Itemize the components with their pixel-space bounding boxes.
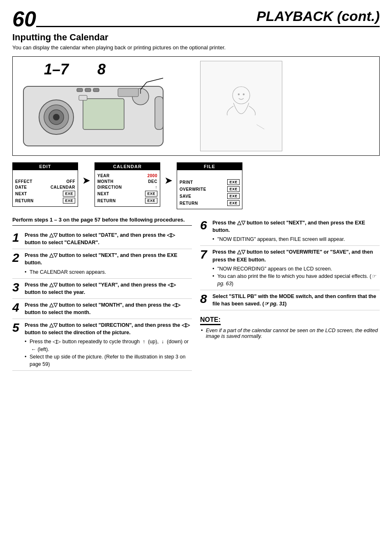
- svg-point-18: [243, 93, 245, 95]
- step-3: 3 Press the △▽ button to select "YEAR", …: [12, 279, 192, 299]
- photo-preview-svg: [217, 79, 266, 133]
- calendar-menu-panel: CALENDAR YEAR 2000 MONTH DEC DIRECTION ↑…: [95, 162, 160, 207]
- arrow-to-calendar: ➤: [82, 162, 90, 186]
- illustration-area: 1–7 8: [12, 56, 380, 156]
- step-3-number: 3: [12, 281, 21, 296]
- steps-left: Perform steps 1 – 3 on the page 57 befor…: [12, 217, 192, 371]
- cal-row-year: YEAR 2000: [97, 173, 157, 178]
- file-menu-header: FILE: [177, 163, 242, 170]
- file-row-save: SAVE EXE: [180, 193, 240, 199]
- edit-menu-body: EFFECT OFF DATE CALENDAR NEXT EXE RETURN…: [13, 170, 78, 206]
- file-row-overwrite: OVERWRITE EXE: [180, 186, 240, 192]
- file-menu-panel: FILE PRINT EXE OVERWRITE EXE SAVE EXE RE…: [177, 162, 242, 209]
- section-subtitle: You can display the calendar when playin…: [12, 44, 380, 51]
- step-4-content: Press the △▽ button to select "MONTH", a…: [25, 301, 192, 316]
- step-1-number: 1: [12, 231, 21, 246]
- step-6-content: Press the △▽ button to select "NEXT", an…: [212, 219, 380, 243]
- page-title: PLAYBACK (cont.): [36, 8, 380, 27]
- step-2-content: Press the △▽ button to select "NEXT", an…: [25, 252, 192, 275]
- step-4-number: 4: [12, 301, 21, 316]
- file-row-print: PRINT EXE: [180, 179, 240, 185]
- page-number: 60: [12, 8, 36, 30]
- step-2: 2 Press the △▽ button to select "NEXT", …: [12, 249, 192, 278]
- step-5: 5 Press the △▽ button to select "DIRECTI…: [12, 319, 192, 371]
- step-2-bullets: The CALENDAR screen appears.: [25, 268, 192, 276]
- file-row-return: RETURN EXE: [180, 200, 240, 206]
- step-7-content: Press the △▽ button to select "OVERWRITE…: [212, 248, 380, 287]
- camera-diagram: 1–7 8: [19, 61, 192, 151]
- step-4: 4 Press the △▽ button to select "MONTH",…: [12, 299, 192, 319]
- svg-rect-13: [79, 95, 87, 100]
- svg-rect-5: [77, 88, 83, 92]
- cal-row-next: NEXT EXE: [97, 191, 157, 196]
- step-1: 1 Press the △▽ button to select "DATE", …: [12, 229, 192, 249]
- svg-rect-11: [155, 97, 163, 129]
- step-5-number: 5: [12, 321, 21, 368]
- section-title: Inputting the Calendar: [12, 32, 380, 43]
- cal-row-return: RETURN EXE: [97, 198, 157, 203]
- page-header: 60 PLAYBACK (cont.): [12, 8, 380, 30]
- note-section: NOTE: Even if a part of the calendar can…: [200, 316, 380, 339]
- cal-row-month: MONTH DEC: [97, 179, 157, 184]
- cal-row-direction: DIRECTION ↑: [97, 185, 157, 190]
- svg-rect-12: [118, 88, 138, 97]
- step-8-number: 8: [200, 293, 209, 307]
- svg-rect-8: [83, 99, 124, 129]
- svg-point-17: [238, 93, 240, 95]
- svg-point-16: [233, 87, 250, 104]
- edit-menu-panel: EDIT EFFECT OFF DATE CALENDAR NEXT EXE R…: [12, 162, 78, 207]
- step-6-bullets: "NOW EDITING" appears, then FILE screen …: [212, 236, 380, 243]
- steps-right: 6 Press the △▽ button to select "NEXT", …: [200, 217, 380, 371]
- step-8-content: Select "STILL PB" with the MODE switch, …: [212, 293, 380, 307]
- step-7-bullets: "NOW RECORDING" appears on the LCD scree…: [212, 265, 380, 287]
- edit-row-next: NEXT EXE: [15, 191, 75, 196]
- step-7: 7 Press the △▽ button to select "OVERWRI…: [200, 246, 380, 290]
- arrow-to-file: ➤: [164, 162, 173, 186]
- step-1-content: Press the △▽ button to select "DATE", an…: [25, 231, 192, 246]
- camera-svg: [19, 74, 180, 150]
- menus-row: EDIT EFFECT OFF DATE CALENDAR NEXT EXE R…: [12, 162, 380, 209]
- calendar-menu-body: YEAR 2000 MONTH DEC DIRECTION ↑ NEXT EXE…: [95, 170, 160, 206]
- note-content: Even if a part of the calendar cannot be…: [200, 328, 380, 339]
- step-6-number: 6: [200, 219, 209, 243]
- svg-line-15: [147, 78, 163, 82]
- svg-point-4: [53, 114, 60, 120]
- edit-row-return: RETURN EXE: [15, 198, 75, 203]
- svg-line-19: [257, 125, 265, 129]
- file-menu-body: PRINT EXE OVERWRITE EXE SAVE EXE RETURN …: [177, 170, 242, 209]
- svg-rect-6: [85, 88, 91, 92]
- photo-preview: [200, 61, 282, 151]
- step-7-number: 7: [200, 248, 209, 287]
- step-8: 8 Select "STILL PB" with the MODE switch…: [200, 290, 380, 310]
- edit-row-effect: EFFECT OFF: [15, 179, 75, 184]
- step-2-number: 2: [12, 252, 21, 275]
- edit-row-date: DATE CALENDAR: [15, 185, 75, 190]
- note-title: NOTE:: [200, 316, 221, 325]
- calendar-menu-header: CALENDAR: [95, 163, 160, 170]
- step-5-bullets: Press the ◁▷ button repeatedly to cycle …: [25, 338, 192, 368]
- step-3-content: Press the △▽ button to select "YEAR", an…: [25, 281, 192, 296]
- steps-container: Perform steps 1 – 3 on the page 57 befor…: [12, 217, 380, 371]
- perform-text: Perform steps 1 – 3 on the page 57 befor…: [12, 217, 192, 226]
- step-6: 6 Press the △▽ button to select "NEXT", …: [200, 217, 380, 246]
- svg-rect-7: [93, 88, 99, 92]
- edit-menu-header: EDIT: [13, 163, 78, 170]
- step-5-content: Press the △▽ button to select "DIRECTION…: [25, 321, 192, 368]
